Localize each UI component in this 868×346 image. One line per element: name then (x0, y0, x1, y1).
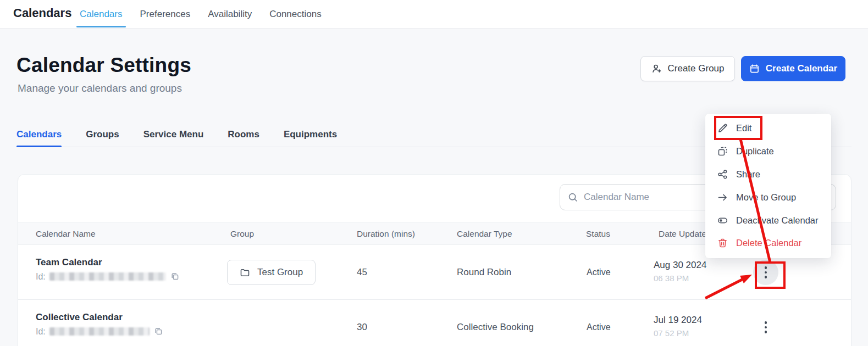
copy-icon[interactable] (153, 326, 164, 337)
id-label: Id: (36, 272, 46, 282)
kebab-dot (765, 326, 767, 329)
menu-item-deactivate-calendar[interactable]: Deactivate Calendar (705, 209, 831, 232)
menu-item-delete-calendar[interactable]: Delete Calendar (705, 232, 831, 255)
arrow-right-icon (717, 192, 728, 203)
search-icon (568, 192, 578, 203)
row-menu-button[interactable] (753, 315, 778, 340)
kebab-dot (765, 331, 767, 333)
folder-icon (240, 267, 250, 278)
topnav-tab-connections[interactable]: Connections (268, 0, 323, 29)
group-chip-label: Test Group (257, 267, 303, 278)
calendar-icon (749, 64, 760, 74)
calendar-name: Team Calendar (36, 257, 102, 268)
kebab-dot (765, 276, 767, 278)
menu-item-label: Deactivate Calendar (736, 215, 819, 226)
redacted-id (49, 272, 166, 281)
redacted-id (49, 327, 150, 336)
share-icon (717, 169, 728, 180)
subtab-groups[interactable]: Groups (86, 122, 119, 147)
subtab-service-menu[interactable]: Service Menu (143, 122, 204, 147)
top-bar: Calendars Calendars Preferences Availabi… (0, 0, 868, 29)
date-updated-value: Aug 30 2024 (654, 260, 706, 271)
col-date-updated: Date Updated (659, 229, 711, 239)
trash-icon (717, 238, 728, 248)
subtab-equipments[interactable]: Equipments (284, 122, 337, 147)
calendar-type-value: Round Robin (457, 267, 511, 278)
create-calendar-button[interactable]: Create Calendar (741, 56, 845, 81)
calendar-id: Id: (36, 271, 180, 282)
app-title: Calendars (13, 6, 71, 20)
menu-item-duplicate[interactable]: Duplicate (705, 140, 831, 163)
kebab-dot (765, 266, 767, 269)
calendar-name: Collective Calendar (36, 312, 123, 323)
menu-item-label: Delete Calendar (736, 238, 801, 248)
menu-item-share[interactable]: Share (705, 163, 831, 186)
page-subtitle: Manage your calendars and groups (18, 82, 182, 94)
time-updated-value: 06 38 PM (654, 274, 689, 283)
topnav-tab-calendars[interactable]: Calendars (79, 0, 124, 29)
create-group-label: Create Group (668, 63, 725, 74)
top-nav: Calendars Preferences Availability Conne… (79, 0, 323, 29)
calendar-id: Id: (36, 326, 164, 337)
copy-icon[interactable] (170, 271, 180, 282)
status-value: Active (587, 267, 611, 277)
create-calendar-label: Create Calendar (766, 63, 837, 74)
menu-item-label: Edit (736, 123, 751, 133)
create-group-button[interactable]: Create Group (640, 56, 735, 81)
col-calendar-type: Calendar Type (457, 229, 512, 239)
kebab-dot (765, 271, 767, 274)
time-updated-value: 07 52 PM (654, 328, 689, 338)
row-menu-button[interactable] (753, 260, 778, 285)
duration-value: 45 (357, 267, 367, 278)
status-value: Active (587, 322, 611, 332)
subtab-rooms[interactable]: Rooms (228, 122, 259, 147)
menu-item-label: Share (736, 169, 760, 180)
group-chip[interactable]: Test Group (227, 260, 316, 285)
menu-item-label: Duplicate (736, 146, 774, 157)
menu-item-move-to-group[interactable]: Move to Group (705, 186, 831, 209)
id-label: Id: (36, 327, 46, 337)
pencil-icon (717, 123, 728, 133)
context-menu: Edit Duplicate Share Move to Group (705, 114, 831, 258)
topnav-tab-availability[interactable]: Availability (207, 0, 253, 29)
menu-item-label: Move to Group (736, 192, 796, 203)
col-duration: Duration (mins) (357, 229, 415, 239)
duplicate-icon (717, 146, 728, 157)
toggle-icon (717, 215, 728, 226)
col-calendar-name: Calendar Name (36, 229, 96, 239)
col-group: Group (230, 229, 254, 239)
col-status: Status (586, 229, 610, 239)
duration-value: 30 (357, 322, 367, 333)
kebab-dot (765, 321, 767, 324)
menu-item-edit[interactable]: Edit (705, 117, 831, 140)
table-row: Collective Calendar Id: 30 Collective Bo… (18, 300, 851, 346)
date-updated-value: Jul 19 2024 (654, 315, 702, 326)
user-plus-icon (651, 64, 662, 74)
topnav-tab-preferences[interactable]: Preferences (139, 0, 192, 29)
subtab-calendars[interactable]: Calendars (16, 122, 62, 147)
page-title: Calendar Settings (16, 54, 191, 77)
calendar-type-value: Collective Booking (457, 322, 534, 333)
